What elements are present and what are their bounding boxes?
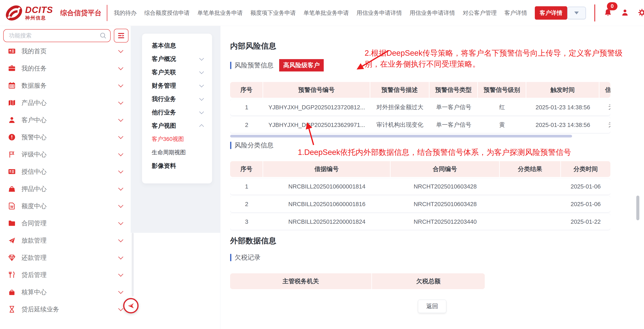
table-cell: NRCHT2025010603428 xyxy=(390,196,500,212)
sidebar-item[interactable]: 产品中心 xyxy=(0,94,131,111)
menu-collapse-button[interactable] xyxy=(114,29,128,42)
top-nav-item[interactable]: 客户详情 xyxy=(504,9,527,17)
customer-menu-item[interactable]: 基本信息 xyxy=(142,39,212,52)
column-header: 分类结果 xyxy=(500,161,561,177)
sidebar-item[interactable]: 押品中心 xyxy=(0,180,131,197)
sidebar-item[interactable]: 放款管理 xyxy=(0,232,131,249)
customer-menu-item[interactable]: 影像资料 xyxy=(142,159,212,173)
chevron-down-icon xyxy=(118,289,123,294)
customer-menu-item[interactable]: 我行业务 xyxy=(142,92,212,106)
sidebar-item[interactable]: 数据服务 xyxy=(0,77,131,94)
app-window: DCITS 神州信息 综合信贷平台 我的待办 综合额度授信申请 单笔单批业务申请… xyxy=(0,0,644,329)
sidebar-item[interactable]: 核算中心 xyxy=(0,284,131,301)
warning-signal-table: 序号预警信号编号预警信号描述预警信号类型预警信号级别触发时间信1YJBHYJXH… xyxy=(230,82,610,134)
top-nav-item[interactable]: 额度项下业务申请 xyxy=(250,9,296,17)
sidebar-item-label: 数据服务 xyxy=(22,81,46,90)
customer-menu-item[interactable]: 财务管理 xyxy=(142,79,212,92)
table-cell: NRCBILL2025010600001814 xyxy=(263,178,390,195)
sidebar-item[interactable]: 贷后管理 xyxy=(0,266,131,284)
chevron-down-icon xyxy=(118,99,123,104)
top-nav-item[interactable]: 综合额度授信申请 xyxy=(144,9,190,17)
customer-menu-item[interactable]: 他行业务 xyxy=(142,106,212,119)
column-header: 主管税务机关 xyxy=(230,273,372,289)
chevron-down-icon xyxy=(118,117,123,122)
chevron-down-icon xyxy=(199,69,204,74)
table-header-row: 序号借据编号合同编号分类结果分类时间 xyxy=(230,161,610,177)
top-nav-item[interactable]: 对公客户管理 xyxy=(463,9,497,17)
chevron-down-icon xyxy=(574,11,579,14)
table-row[interactable]: 2NRCBILL2025010600001816NRCHT20250106034… xyxy=(230,196,610,212)
sidebar-item[interactable]: 客户中心 xyxy=(0,111,131,129)
sidebar-item-label: 贷后延续业务 xyxy=(22,305,59,314)
sidebar-item[interactable]: 我的任务 xyxy=(0,60,131,77)
table-cell xyxy=(500,178,561,195)
sidebar-item[interactable]: 贷后延续业务 xyxy=(0,301,131,318)
customer-menu-item[interactable]: 客户关联 xyxy=(142,66,212,79)
risk-warning-label: 风险预警信息 xyxy=(234,61,274,70)
settings-button[interactable] xyxy=(638,8,644,18)
main-content: 内部风险信息 风险预警信息 高风险级客户 2.根据DeepSeek传导策略，将客… xyxy=(220,26,644,329)
search-icon[interactable] xyxy=(99,32,107,40)
high-risk-badge: 高风险级客户 xyxy=(279,59,324,71)
top-nav-item[interactable]: 单笔单批业务申请 xyxy=(304,9,349,17)
customer-menu-item[interactable]: 生命周期视图 xyxy=(142,146,212,159)
table-row[interactable]: 2YJBHYJXH_DGP20250123629971...审计机构出现变化单一… xyxy=(230,117,610,133)
sidebar-item[interactable]: W 额度中心 xyxy=(0,197,131,215)
tax-section-header: 欠税记录 xyxy=(230,253,260,262)
chevron-down-icon xyxy=(118,134,123,139)
panel-scrollbar[interactable] xyxy=(132,233,134,297)
table-row[interactable]: 1YJBHYJXH_DGP20250123720812...对外担保金额过大单一… xyxy=(230,99,610,115)
table-header-row: 序号预警信号编号预警信号描述预警信号类型预警信号级别触发时间信 xyxy=(230,82,610,98)
sidebar-item-label: 核算中心 xyxy=(22,288,46,297)
sidebar-item-label: 合同管理 xyxy=(22,219,46,228)
external-data-title: 外部数据信息 xyxy=(230,236,276,246)
sidebar-item[interactable]: 评级中心 xyxy=(0,146,131,163)
customer-menu-item[interactable]: 客户360视图 xyxy=(142,132,212,146)
sidebar-item[interactable]: 授信中心 xyxy=(0,163,131,180)
top-nav-item[interactable]: 单笔单批业务申请 xyxy=(197,9,243,17)
sidebar-item-label: 客户中心 xyxy=(22,116,46,124)
table-cell: 审计机构出现变化 xyxy=(370,117,430,133)
annotation-signal-detection: 1.DeepSeek依托内外部数据信息，结合预警信号体系，为客户探测风险预警信号 xyxy=(298,147,571,158)
top-nav-item[interactable]: 用信业务申请详情 xyxy=(410,9,455,17)
customer-menu-item-label: 客户视图 xyxy=(152,122,176,130)
table-cell: 3 xyxy=(230,214,263,230)
back-button[interactable]: 返回 xyxy=(418,300,446,313)
top-nav-item[interactable]: 我的待办 xyxy=(114,9,136,17)
collapse-arrow-icon xyxy=(127,302,135,310)
customer-menu-item-label: 影像资料 xyxy=(152,162,176,170)
hourglass-icon xyxy=(8,305,16,314)
user-menu-button[interactable] xyxy=(621,8,629,18)
horizontal-scrollbar-thumb[interactable] xyxy=(230,135,572,137)
top-divider xyxy=(107,5,107,21)
sidebar-item[interactable]: 我的首页 xyxy=(0,42,131,60)
sidebar-item-label: 额度中心 xyxy=(22,202,46,210)
section-marker xyxy=(230,254,231,261)
column-header: 预警信号编号 xyxy=(263,82,370,98)
table-horizontal-scrollbar-track xyxy=(230,135,598,137)
sidebar-item[interactable]: 合同管理 xyxy=(0,215,131,232)
table-row[interactable]: 3NRCBILL2025012200001824NRCHT20250122034… xyxy=(230,214,610,230)
search-input[interactable] xyxy=(3,29,110,42)
sidebar-item-label: 我的任务 xyxy=(22,64,46,73)
plane-icon xyxy=(8,237,16,245)
chevron-down-icon xyxy=(118,168,123,173)
chevron-down-icon xyxy=(199,83,204,87)
logo-company: 神州信息 xyxy=(25,15,53,20)
customer-menu-item[interactable]: 客户概况 xyxy=(142,52,212,66)
sidebar-item[interactable]: 预警中心 xyxy=(0,129,131,146)
section-marker xyxy=(230,142,231,149)
top-nav: 我的待办 综合额度授信申请 单笔单批业务申请 额度项下业务申请 单笔单批业务申请… xyxy=(114,6,567,20)
top-nav-item[interactable]: 客户详情 xyxy=(535,6,567,20)
table-cell: 黄 xyxy=(478,117,526,133)
table-row[interactable]: 1NRCBILL2025010600001814NRCHT20250106034… xyxy=(230,178,610,195)
table-cell: 2025-01-22 xyxy=(561,214,610,230)
risk-class-label: 风险分类信息 xyxy=(234,141,274,150)
nav-overflow-dropdown[interactable] xyxy=(567,7,586,19)
top-nav-item[interactable]: 用信业务申请详情 xyxy=(356,9,402,17)
notifications-button[interactable]: 0 xyxy=(604,8,612,18)
customer-menu-item[interactable]: 客户视图 xyxy=(142,119,212,132)
page-vertical-scrollbar[interactable] xyxy=(636,196,639,220)
sidebar-collapse-button[interactable] xyxy=(123,298,138,314)
sidebar-item[interactable]: 还款管理 xyxy=(0,249,131,266)
